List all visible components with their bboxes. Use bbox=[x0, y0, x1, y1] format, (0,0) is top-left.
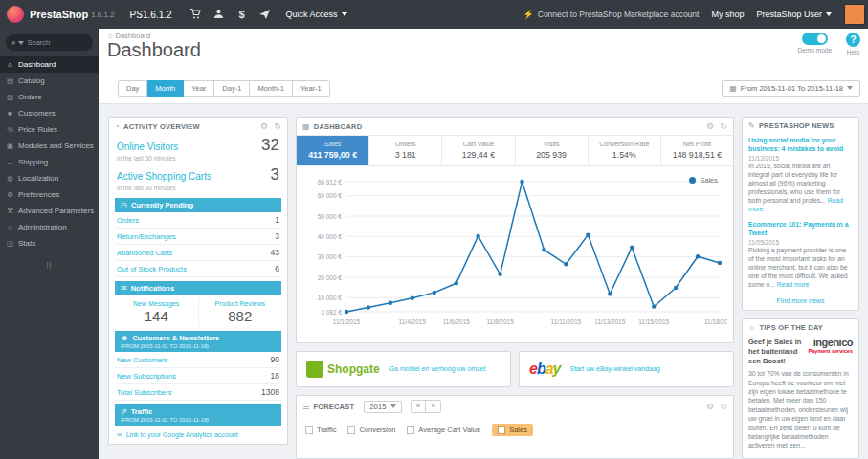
product-reviews-cell[interactable]: Product Reviews 882 bbox=[199, 297, 282, 327]
news-article-excerpt: In 2015, social media are an integral pa… bbox=[748, 163, 853, 214]
kpi-net-profit[interactable]: Net Profit 148 918,51 € bbox=[661, 136, 733, 165]
range-year-button[interactable]: Year bbox=[184, 80, 214, 97]
refresh-icon[interactable]: ↻ bbox=[720, 121, 727, 131]
google-analytics-link[interactable]: ∞ Link to your Google Analytics account bbox=[109, 426, 287, 444]
search-input[interactable] bbox=[27, 38, 87, 47]
search-scope-caret-icon[interactable] bbox=[18, 41, 24, 45]
shop-name[interactable]: PS1.6.1.2 bbox=[130, 10, 172, 20]
section-title: Notifications bbox=[131, 284, 174, 293]
svg-text:40 000 €: 40 000 € bbox=[318, 233, 343, 240]
refresh-icon[interactable]: ↻ bbox=[720, 402, 727, 411]
new-subscriptions-row[interactable]: New Subscriptions18 bbox=[115, 368, 281, 384]
user-avatar[interactable] bbox=[844, 4, 865, 25]
cart-icon[interactable] bbox=[189, 8, 202, 22]
sidebar-item-customers[interactable]: ☻Customers bbox=[0, 105, 99, 121]
sidebar-item-stats[interactable]: ◫Stats bbox=[0, 235, 99, 251]
sidebar-nav: ⌂Dashboard ▤Catalog ▥Orders ☻Customers %… bbox=[0, 56, 99, 251]
find-more-news-link[interactable]: Find more news bbox=[743, 294, 858, 310]
kpi-cart-value[interactable]: Cart Value 129,44 € bbox=[442, 136, 515, 165]
kpi-sales[interactable]: Sales 411 759,00 € bbox=[297, 136, 369, 165]
sidebar-item-shipping[interactable]: →Shipping bbox=[0, 154, 99, 170]
pending-returns-row[interactable]: Return/Exchanges3 bbox=[115, 229, 281, 245]
abandoned-carts-row[interactable]: Abandoned Carts43 bbox=[115, 245, 281, 261]
stat-value: 18 bbox=[271, 371, 279, 381]
shopgate-icon bbox=[306, 361, 323, 378]
demo-mode-control: Demo mode bbox=[798, 33, 832, 55]
my-shop-link[interactable]: My shop bbox=[711, 10, 744, 19]
kpi-orders[interactable]: Orders 3 181 bbox=[369, 136, 442, 165]
sidebar-search[interactable]: ⌕ bbox=[6, 34, 93, 51]
sidebar-item-label: Dashboard bbox=[18, 60, 56, 69]
pending-orders-row[interactable]: Orders1 bbox=[115, 212, 281, 229]
news-article-title[interactable]: Ecommerce 101: Payments in a Tweet bbox=[748, 220, 853, 237]
total-subscribers-row[interactable]: Total Subscribers1308 bbox=[115, 384, 281, 401]
out-of-stock-row[interactable]: Out of Stock Products6 bbox=[115, 261, 281, 277]
marketplace-link[interactable]: ⚡ Connect to PrestaShop Marketplace acco… bbox=[523, 10, 700, 19]
forecast-panel-header: ☰ FORECAST 2015 « » ⚙ ↻ bbox=[297, 396, 733, 417]
topbar: PrestaShop 1.6.1.2 PS1.6.1.2 $ Quick Acc… bbox=[0, 0, 868, 29]
news-article-date: 11/05/2015 bbox=[748, 239, 853, 246]
sidebar-item-modules[interactable]: ▣Modules and Services bbox=[0, 138, 99, 154]
gear-icon[interactable]: ⚙ bbox=[706, 402, 714, 411]
shopgate-link[interactable]: Ga mobiel en verhoog uw omzet bbox=[389, 365, 486, 373]
date-range-picker[interactable]: ▦ From 2015-11-01 To 2015-11-18 bbox=[722, 80, 860, 97]
stat-label: New Subscriptions bbox=[117, 372, 176, 381]
forecast-year-value: 2015 bbox=[369, 403, 387, 411]
checkbox-icon bbox=[305, 426, 313, 434]
kpi-conversion-rate[interactable]: Conversion Rate 1.54% bbox=[589, 136, 661, 165]
payments-icon[interactable]: $ bbox=[235, 8, 248, 22]
read-more-link[interactable]: Read more bbox=[777, 281, 810, 288]
ebay-link[interactable]: Start uw eBay-winkel vandaag bbox=[570, 365, 660, 373]
ingenico-logo[interactable]: ingenico Payment services bbox=[809, 338, 853, 354]
refresh-icon[interactable]: ↻ bbox=[274, 121, 281, 131]
forecast-legend-traffic[interactable]: Traffic bbox=[305, 426, 336, 434]
active-carts-row[interactable]: Active Shopping Carts 3 bbox=[109, 164, 287, 185]
new-customers-row[interactable]: New Customers90 bbox=[115, 352, 281, 368]
sidebar-item-dashboard[interactable]: ⌂Dashboard bbox=[0, 56, 99, 73]
forecast-legend-sales[interactable]: Sales bbox=[492, 424, 533, 436]
activity-panel-title: ACTIVITY OVERVIEW bbox=[123, 122, 200, 131]
gear-icon[interactable]: ⚙ bbox=[706, 121, 714, 131]
sidebar-item-label: Modules and Services bbox=[18, 142, 94, 150]
kpi-label: Net Profit bbox=[663, 141, 731, 147]
sidebar-item-price-rules[interactable]: %Price Rules bbox=[0, 121, 99, 138]
range-day-1-button[interactable]: Day-1 bbox=[214, 80, 250, 97]
lightbulb-icon: ☼ bbox=[748, 323, 756, 332]
kpi-visits[interactable]: Visits 205 939 bbox=[516, 136, 589, 165]
prestashop-logo[interactable] bbox=[7, 6, 24, 23]
sidebar-item-administration[interactable]: ☺Administration bbox=[0, 219, 99, 235]
sidebar-item-preferences[interactable]: ⚙Preferences bbox=[0, 186, 99, 203]
gear-icon[interactable]: ⚙ bbox=[260, 121, 268, 131]
sidebar-item-label: Localization bbox=[18, 174, 58, 183]
svg-text:11/4/2015: 11/4/2015 bbox=[399, 318, 427, 325]
user-menu[interactable]: PrestaShop User bbox=[756, 10, 832, 19]
section-title: Customers & Newsletters bbox=[132, 334, 219, 342]
demo-mode-toggle[interactable] bbox=[802, 33, 828, 45]
sidebar-item-orders[interactable]: ▥Orders bbox=[0, 89, 99, 105]
sidebar-item-catalog[interactable]: ▤Catalog bbox=[0, 73, 99, 89]
quick-access-menu[interactable]: Quick Access bbox=[286, 10, 347, 19]
forecast-year-select[interactable]: 2015 bbox=[364, 401, 402, 413]
customers-icon[interactable] bbox=[212, 8, 225, 22]
help-button[interactable]: ? bbox=[846, 33, 860, 47]
kpi-value: 411 759,00 € bbox=[299, 150, 367, 160]
traffic-header: ⇗Traffic (FROM 2015-11-01 TO 2015-11-18) bbox=[115, 404, 281, 426]
range-day-button[interactable]: Day bbox=[118, 80, 147, 97]
rocket-icon[interactable] bbox=[258, 8, 271, 22]
prev-year-button[interactable]: « bbox=[412, 401, 427, 412]
forecast-legend-cart-value[interactable]: Average Cart Value bbox=[407, 426, 480, 434]
help-label: Help bbox=[846, 49, 860, 55]
forecast-legend-conversion[interactable]: Conversion bbox=[347, 426, 395, 434]
sidebar-item-advanced-parameters[interactable]: ⚒Advanced Parameters bbox=[0, 203, 99, 219]
prestashop-news-panel: ✎ PRESTASHOP NEWS Using social media for… bbox=[742, 117, 859, 311]
chart-legend-sales[interactable]: Sales bbox=[689, 176, 718, 185]
range-year-1-button[interactable]: Year-1 bbox=[293, 80, 330, 97]
new-messages-cell[interactable]: New Messages 144 bbox=[115, 297, 199, 327]
range-month-button[interactable]: Month bbox=[147, 80, 184, 97]
online-visitors-row[interactable]: Online Visitors 32 bbox=[109, 135, 287, 155]
sidebar-item-localization[interactable]: ◍Localization bbox=[0, 170, 99, 186]
news-article-title[interactable]: Using social media for your business: 4 … bbox=[748, 136, 853, 153]
next-year-button[interactable]: » bbox=[426, 401, 440, 412]
range-month-1-button[interactable]: Month-1 bbox=[250, 80, 293, 97]
sidebar-collapse-icon[interactable]: || bbox=[0, 260, 99, 269]
